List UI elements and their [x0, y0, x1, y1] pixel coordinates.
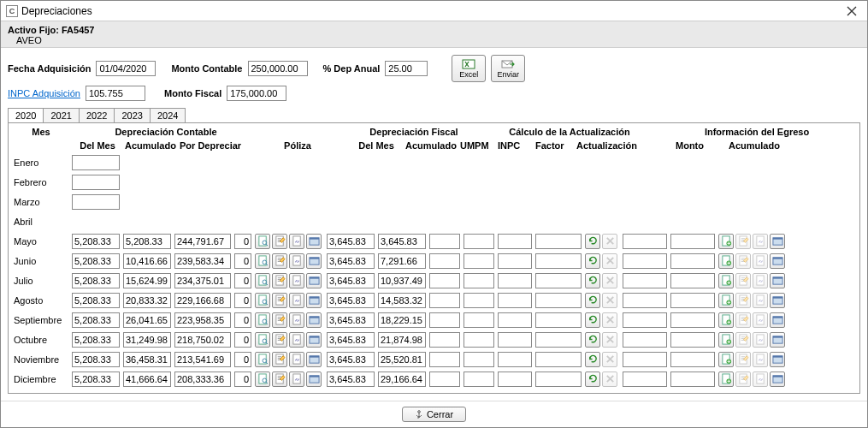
cell-delmes[interactable]: 5,208.33 [72, 293, 120, 308]
tab-2021[interactable]: 2021 [43, 108, 79, 122]
cell-act[interactable] [535, 312, 582, 328]
cell-fdelmes[interactable]: 3,645.83 [327, 293, 375, 308]
cell-inpc[interactable] [464, 293, 494, 308]
cell-fdelmes[interactable]: 3,645.83 [327, 273, 375, 288]
cell-eacum[interactable] [670, 253, 715, 269]
egreso-btn[interactable] [753, 253, 768, 269]
egreso-btn[interactable] [753, 372, 768, 387]
cell-umpm[interactable] [429, 234, 460, 249]
delete-btn[interactable] [602, 332, 617, 348]
cell-pordep[interactable]: 239,583.34 [174, 253, 231, 269]
poliza-btn[interactable] [255, 352, 270, 367]
cell-factor[interactable] [498, 293, 532, 308]
delete-btn[interactable] [602, 372, 617, 387]
close-button[interactable] [841, 3, 862, 20]
cell-facum[interactable]: 3,645.83 [378, 234, 426, 249]
tab-2020[interactable]: 2020 [8, 108, 44, 122]
cell-inpc[interactable] [464, 372, 494, 387]
delete-btn[interactable] [602, 234, 617, 249]
empty-box[interactable] [72, 175, 120, 190]
poliza-btn[interactable] [272, 332, 287, 348]
poliza-btn[interactable] [306, 234, 322, 249]
cell-acum[interactable]: 20,833.32 [123, 293, 171, 308]
egreso-btn[interactable] [735, 273, 751, 288]
cell-fdelmes[interactable]: 3,645.83 [327, 253, 375, 269]
cell-factor[interactable] [498, 312, 532, 328]
poliza-btn[interactable] [289, 273, 304, 288]
cell-fdelmes[interactable]: 3,645.83 [327, 312, 375, 328]
cell-act[interactable] [535, 352, 582, 367]
cell-inpc[interactable] [464, 352, 494, 367]
poliza-btn[interactable] [255, 293, 270, 308]
cell-poliza[interactable]: 0 [234, 312, 251, 328]
egreso-btn[interactable] [770, 293, 785, 308]
cell-facum[interactable]: 18,229.15 [378, 312, 426, 328]
cell-umpm[interactable] [429, 332, 460, 348]
poliza-btn[interactable] [306, 273, 322, 288]
egreso-btn[interactable] [735, 293, 751, 308]
refresh-btn[interactable] [585, 293, 600, 308]
cell-fdelmes[interactable]: 3,645.83 [327, 352, 375, 367]
cell-monto[interactable] [623, 332, 667, 348]
poliza-btn[interactable] [289, 372, 304, 387]
egreso-btn[interactable] [735, 253, 751, 269]
cell-umpm[interactable] [429, 293, 460, 308]
egreso-btn[interactable] [718, 312, 734, 328]
poliza-btn[interactable] [255, 273, 270, 288]
cell-delmes[interactable]: 5,208.33 [72, 372, 120, 387]
cell-umpm[interactable] [429, 253, 460, 269]
egreso-btn[interactable] [735, 372, 751, 387]
cell-acum[interactable]: 36,458.31 [123, 352, 171, 367]
cell-acum[interactable]: 10,416.66 [123, 253, 171, 269]
cell-act[interactable] [535, 273, 582, 288]
poliza-btn[interactable] [306, 312, 322, 328]
poliza-btn[interactable] [272, 312, 287, 328]
cell-eacum[interactable] [670, 372, 715, 387]
cell-poliza[interactable]: 0 [234, 332, 251, 348]
refresh-btn[interactable] [585, 352, 600, 367]
poliza-btn[interactable] [289, 332, 304, 348]
cell-umpm[interactable] [429, 352, 460, 367]
cell-pordep[interactable]: 213,541.69 [174, 352, 231, 367]
cell-eacum[interactable] [670, 312, 715, 328]
cell-facum[interactable]: 25,520.81 [378, 352, 426, 367]
cell-act[interactable] [535, 293, 582, 308]
cell-umpm[interactable] [429, 273, 460, 288]
poliza-btn[interactable] [306, 372, 322, 387]
cell-inpc[interactable] [464, 332, 494, 348]
input-fecha-adq[interactable] [96, 61, 156, 76]
cell-factor[interactable] [498, 372, 532, 387]
cell-inpc[interactable] [464, 273, 494, 288]
tab-2024[interactable]: 2024 [150, 108, 186, 122]
cell-inpc[interactable] [464, 253, 494, 269]
cell-eacum[interactable] [670, 234, 715, 249]
egreso-btn[interactable] [770, 312, 785, 328]
egreso-btn[interactable] [770, 372, 785, 387]
cell-factor[interactable] [498, 253, 532, 269]
refresh-btn[interactable] [585, 312, 600, 328]
poliza-btn[interactable] [272, 372, 287, 387]
egreso-btn[interactable] [718, 372, 734, 387]
egreso-btn[interactable] [718, 273, 734, 288]
cerrar-button[interactable]: Cerrar [402, 407, 466, 422]
poliza-btn[interactable] [306, 293, 322, 308]
cell-acum[interactable]: 26,041.65 [123, 312, 171, 328]
poliza-btn[interactable] [255, 253, 270, 269]
cell-pordep[interactable]: 244,791.67 [174, 234, 231, 249]
cell-umpm[interactable] [429, 312, 460, 328]
egreso-btn[interactable] [735, 332, 751, 348]
cell-umpm[interactable] [429, 372, 460, 387]
cell-delmes[interactable]: 5,208.33 [72, 253, 120, 269]
delete-btn[interactable] [602, 253, 617, 269]
cell-pordep[interactable]: 223,958.35 [174, 312, 231, 328]
cell-act[interactable] [535, 234, 582, 249]
link-inpc-adq[interactable]: INPC Adquisición [8, 88, 80, 98]
empty-box[interactable] [72, 155, 120, 170]
cell-eacum[interactable] [670, 293, 715, 308]
cell-acum[interactable]: 15,624.99 [123, 273, 171, 288]
poliza-btn[interactable] [272, 293, 287, 308]
cell-poliza[interactable]: 0 [234, 372, 251, 387]
cell-act[interactable] [535, 253, 582, 269]
egreso-btn[interactable] [735, 234, 751, 249]
poliza-btn[interactable] [289, 352, 304, 367]
